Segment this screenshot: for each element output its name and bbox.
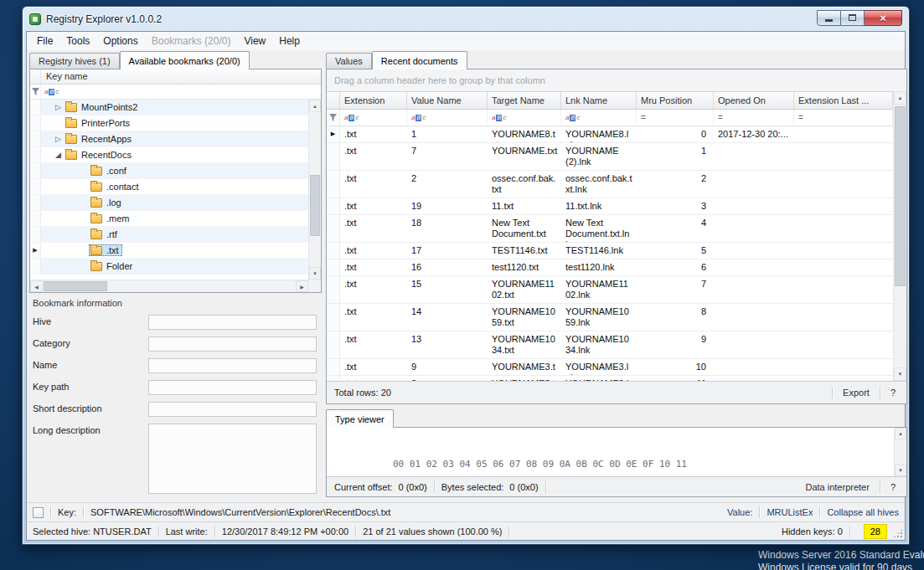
cell-opened_on[interactable] bbox=[714, 198, 794, 214]
collapse-all-hives-button[interactable]: Collapse all hives bbox=[827, 507, 899, 517]
cell-extension_last[interactable] bbox=[794, 126, 893, 142]
cell-extension[interactable]: .txt bbox=[340, 215, 407, 242]
cell-target_name[interactable]: YOURNAME3.txt bbox=[488, 359, 561, 375]
cell-target_name[interactable]: 11.txt bbox=[488, 198, 561, 214]
tree-item-content[interactable]: .rtf bbox=[89, 229, 121, 240]
filter-cell-mru_position[interactable]: = bbox=[637, 110, 714, 126]
tree-item-content[interactable]: .conf bbox=[89, 165, 130, 177]
table-row[interactable]: .txt15YOURNAME1102.txtYOURNAME1102.lnk7 bbox=[327, 276, 893, 304]
cell-extension[interactable]: .txt bbox=[340, 243, 407, 259]
cell-target_name[interactable]: TEST1146.txt bbox=[488, 243, 561, 259]
cell-extension[interactable]: .txt bbox=[340, 198, 407, 214]
cell-opened_on[interactable] bbox=[714, 276, 794, 303]
field-input[interactable] bbox=[148, 402, 317, 417]
tree-item-content[interactable]: .mem bbox=[89, 213, 133, 224]
cell-extension[interactable]: .txt bbox=[340, 171, 407, 198]
menu-help[interactable]: Help bbox=[272, 32, 307, 50]
cell-lnk_name[interactable]: YOURNAME1034.lnk bbox=[561, 331, 637, 358]
cell-target_name[interactable]: test1120.txt bbox=[488, 259, 561, 275]
close-button[interactable]: × bbox=[865, 10, 902, 26]
cell-opened_on[interactable] bbox=[714, 143, 794, 170]
tree-item[interactable]: ▷ RecentApps bbox=[30, 131, 308, 147]
menu-tools[interactable]: Tools bbox=[59, 32, 96, 50]
cell-target_name[interactable]: New Text Document.txt bbox=[488, 215, 561, 242]
scroll-down-button[interactable]: ▼ bbox=[309, 267, 321, 280]
cell-mru_position[interactable]: 7 bbox=[637, 276, 714, 303]
tree-item-content[interactable]: MountPoints2 bbox=[64, 101, 141, 113]
column-header-extension_last[interactable]: Extension Last ... bbox=[794, 92, 893, 110]
filter-cell-opened_on[interactable]: = bbox=[714, 110, 794, 126]
menu-file[interactable]: File bbox=[30, 32, 59, 50]
cell-lnk_name[interactable]: ossec.conf.bak.txt.lnk bbox=[561, 171, 637, 198]
cell-extension_last[interactable] bbox=[794, 259, 893, 275]
cell-value_name[interactable]: 18 bbox=[407, 215, 488, 242]
field-input[interactable] bbox=[148, 424, 317, 494]
table-row[interactable]: .txt2ossec.conf.bak.txtossec.conf.bak.tx… bbox=[327, 171, 893, 198]
filter-cell-lnk_name[interactable]: aBc bbox=[561, 110, 637, 126]
cell-mru_position[interactable]: 1 bbox=[637, 143, 714, 170]
cell-value_name[interactable]: 13 bbox=[407, 331, 488, 358]
cell-mru_position[interactable]: 8 bbox=[637, 304, 714, 331]
cell-opened_on[interactable] bbox=[714, 243, 794, 259]
key-checkbox[interactable] bbox=[33, 507, 44, 518]
column-header-extension[interactable]: Extension bbox=[340, 92, 407, 110]
scrollbar-thumb[interactable] bbox=[895, 106, 906, 286]
scroll-left-button[interactable]: ◀ bbox=[30, 280, 43, 292]
field-input[interactable] bbox=[148, 358, 317, 373]
tab-available-bookmarks[interactable]: Available bookmarks (20/0) bbox=[120, 51, 250, 69]
cell-extension[interactable]: .txt bbox=[340, 143, 407, 170]
cell-value_name[interactable]: 19 bbox=[407, 198, 488, 214]
tab-recent-documents[interactable]: Recent documents bbox=[372, 51, 467, 69]
tree-item[interactable]: .rtf bbox=[30, 227, 308, 243]
cell-opened_on[interactable] bbox=[714, 259, 794, 275]
cell-extension[interactable]: .txt bbox=[340, 259, 407, 275]
tree-vertical-scrollbar[interactable]: ▲ ▼ bbox=[308, 100, 321, 280]
cell-target_name[interactable]: YOURNAME1034.txt bbox=[488, 331, 561, 358]
cell-lnk_name[interactable]: YOURNAME3.lnk bbox=[561, 359, 637, 375]
cell-extension[interactable]: .txt bbox=[340, 126, 407, 142]
scroll-right-button[interactable]: ▶ bbox=[296, 280, 308, 292]
hex-vertical-scrollbar[interactable]: ▲ ▼ bbox=[894, 428, 906, 476]
field-input[interactable] bbox=[148, 315, 317, 330]
tree-item[interactable]: .conf bbox=[30, 163, 308, 179]
tree-item-content[interactable]: .log bbox=[89, 197, 125, 208]
grid-vertical-scrollbar[interactable]: ▲ ▼ bbox=[893, 91, 906, 381]
cell-value_name[interactable]: 7 bbox=[407, 143, 488, 170]
table-row[interactable]: .txt7YOURNAME.txtYOURNAME (2).lnk1 bbox=[327, 143, 893, 171]
tree-item[interactable]: .mem bbox=[30, 211, 308, 227]
tree-item-content[interactable]: PrinterPorts bbox=[64, 117, 133, 129]
cell-mru_position[interactable]: 2 bbox=[637, 171, 714, 198]
cell-extension_last[interactable] bbox=[794, 276, 893, 303]
cell-opened_on[interactable]: 2017-12-30 20:... bbox=[714, 126, 794, 142]
scrollbar-thumb[interactable] bbox=[310, 175, 320, 236]
cell-value_name[interactable]: 16 bbox=[407, 259, 488, 275]
cell-extension_last[interactable] bbox=[794, 304, 893, 331]
cell-extension_last[interactable] bbox=[794, 198, 893, 214]
maximize-button[interactable] bbox=[841, 10, 865, 26]
scrollbar-thumb[interactable] bbox=[44, 281, 107, 291]
cell-opened_on[interactable] bbox=[714, 215, 794, 242]
cell-mru_position[interactable]: 0 bbox=[637, 126, 714, 142]
tab-registry-hives[interactable]: Registry hives (1) bbox=[29, 53, 120, 69]
tree-item[interactable]: ◢ RecentDocs bbox=[30, 147, 308, 163]
tree-item-content[interactable]: .txt bbox=[89, 244, 122, 256]
table-row[interactable]: .txt13YOURNAME1034.txtYOURNAME1034.lnk9 bbox=[327, 331, 893, 359]
cell-target_name[interactable]: YOURNAME8.txt bbox=[488, 126, 561, 142]
cell-lnk_name[interactable]: YOURNAME8.lnk bbox=[561, 126, 637, 142]
tree-item[interactable]: Folder bbox=[30, 259, 308, 275]
grid-help-button[interactable]: ? bbox=[887, 388, 899, 398]
table-row[interactable]: .txt1911.txt11.txt.lnk3 bbox=[327, 198, 893, 215]
scroll-down-button[interactable]: ▼ bbox=[894, 367, 906, 381]
minimize-button[interactable] bbox=[817, 10, 841, 26]
table-row[interactable]: .txt17TEST1146.txtTEST1146.lnk5 bbox=[327, 243, 893, 259]
hex-help-button[interactable]: ? bbox=[887, 482, 899, 492]
table-row[interactable]: ▶.txt1YOURNAME8.txtYOURNAME8.lnk02017-12… bbox=[327, 126, 893, 143]
tab-type-viewer[interactable]: Type viewer bbox=[326, 409, 394, 428]
cell-mru_position[interactable]: 6 bbox=[637, 259, 714, 275]
cell-extension_last[interactable] bbox=[794, 143, 893, 170]
cell-lnk_name[interactable]: 11.txt.lnk bbox=[561, 198, 637, 214]
scroll-up-button[interactable]: ▲ bbox=[894, 91, 906, 105]
cell-mru_position[interactable]: 3 bbox=[637, 198, 714, 214]
cell-extension[interactable]: .txt bbox=[340, 276, 407, 303]
cell-lnk_name[interactable]: TEST1146.lnk bbox=[561, 243, 637, 259]
